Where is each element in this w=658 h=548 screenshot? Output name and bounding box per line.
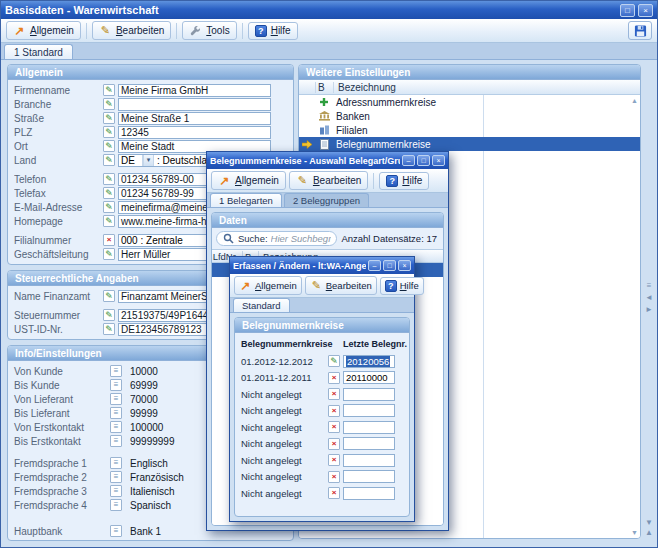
info-label: Fremdsprache 4 [14, 500, 106, 511]
list-header-bezeichnung[interactable]: Bezeichnung [333, 82, 640, 93]
pencil-icon: ✎ [310, 279, 323, 292]
chevron-down-icon[interactable]: ▾ [143, 155, 154, 166]
close-button[interactable]: × [398, 260, 411, 271]
strasse-input[interactable]: Meine Straße 1 [118, 112, 271, 125]
firmenname-input[interactable]: Meine Firma GmbH [118, 84, 271, 97]
field-row-plz: PLZ ✎ 12345 [8, 125, 293, 139]
nav-left-button[interactable]: ◄ [645, 294, 653, 302]
locked-icon: × [103, 234, 115, 246]
locked-icon: × [328, 487, 340, 499]
form-icon: ≡ [110, 485, 122, 497]
allgemein-menu-label: Allgemein [255, 280, 297, 291]
bearbeiten-menu-button[interactable]: ✎ Bearbeiten [289, 171, 368, 190]
letzte-belegnr-input-6[interactable] [343, 454, 395, 467]
list-item-filialen[interactable]: Filialen [299, 123, 640, 137]
dock-list-button[interactable]: ≡ [647, 282, 652, 290]
help-icon: ? [386, 175, 398, 187]
form-icon: ≡ [110, 379, 122, 391]
maximize-button[interactable]: □ [383, 260, 396, 271]
hilfe-menu-label: Hilfe [271, 25, 291, 36]
search-label: Suche: [238, 233, 268, 244]
hilfe-menu-button[interactable]: ? Hilfe [379, 172, 429, 190]
letzte-belegnr-input-3[interactable] [343, 404, 395, 417]
info-value: Englisch [130, 458, 168, 469]
tools-menu-label: Tools [206, 25, 229, 36]
belegnr-row-2: Nicht angelegt × [235, 386, 409, 403]
bearbeiten-menu-button[interactable]: ✎ Bearbeiten [305, 276, 377, 295]
form-icon: ≡ [110, 421, 122, 433]
field-label: UST-ID-Nr. [14, 324, 100, 335]
arrow-up-right-icon: ↗ [218, 174, 231, 187]
belegnr-label: Nicht angelegt [241, 405, 325, 416]
hilfe-menu-button[interactable]: ? Hilfe [380, 277, 424, 295]
save-button[interactable] [628, 21, 652, 40]
scroll-up-icon[interactable]: ▲ [631, 97, 638, 104]
list-item-belegnummernkreise[interactable]: Belegnummernkreise [299, 137, 640, 151]
plz-input[interactable]: 12345 [118, 126, 271, 139]
close-button[interactable]: × [638, 4, 653, 17]
main-tabbar: 1 Standard [1, 43, 657, 60]
arrow-up-right-icon: ↗ [13, 24, 26, 37]
list-item-banken[interactable]: Banken [299, 109, 640, 123]
letzte-belegnr-input-5[interactable] [343, 437, 395, 450]
dialog2-title: Erfassen / Ändern - lt:WA-Angebot [233, 261, 366, 271]
group-daten-header: Daten [212, 213, 443, 228]
info-label: Fremdsprache 2 [14, 472, 106, 483]
list-item-adressnummernkreise[interactable]: Adressnummernkreise [299, 95, 640, 109]
belegnr-row-4: Nicht angelegt × [235, 419, 409, 436]
nav-right-button[interactable]: ► [645, 306, 653, 314]
hilfe-menu-button[interactable]: ? Hilfe [248, 22, 298, 40]
selected-text: 20120056 [346, 356, 390, 367]
letzte-belegnr-input-8[interactable] [343, 487, 395, 500]
letzte-belegnr-input-1[interactable]: 20110000 [343, 371, 395, 384]
dialog2-content: Belegnummernkreise Belegnummernkreise Le… [230, 313, 414, 521]
group-weitere-header: Weitere Einstellungen [299, 65, 640, 80]
tab-beleggruppen[interactable]: 2 Beleggruppen [284, 193, 369, 207]
bearbeiten-menu-button[interactable]: ✎ Bearbeiten [92, 21, 171, 40]
tools-menu-button[interactable]: Tools [182, 21, 236, 40]
form-icon: ≡ [110, 525, 122, 537]
tab-standard[interactable]: 1 Standard [4, 44, 73, 59]
main-titlebar: Basisdaten - Warenwirtschaft □ × [1, 1, 657, 19]
field-label: Telefax [14, 188, 100, 199]
panel-scroll-down-button[interactable]: ▼ [645, 519, 653, 527]
letzte-belegnr-input-4[interactable] [343, 421, 395, 434]
info-label: Von Lieferant [14, 394, 106, 405]
field-label: Firmenname [14, 85, 100, 96]
pencil-icon: ✎ [296, 174, 309, 187]
maximize-button[interactable]: □ [417, 155, 430, 166]
tab-belegarten[interactable]: 1 Belegarten [210, 193, 282, 207]
list-header-b[interactable]: B [315, 82, 333, 93]
allgemein-menu-button[interactable]: ↗ Allgemein [6, 21, 81, 40]
close-button[interactable]: × [432, 155, 445, 166]
allgemein-menu-button[interactable]: ↗ Allgemein [211, 171, 286, 190]
edit-icon: ✎ [103, 201, 115, 213]
save-icon [634, 24, 647, 37]
scroll-down-icon[interactable]: ▼ [631, 529, 638, 536]
letzte-belegnr-input-7[interactable] [343, 470, 395, 483]
dialog2-toolbar: ↗ Allgemein ✎ Bearbeiten ? Hilfe [230, 274, 414, 298]
tab-standard[interactable]: Standard [233, 298, 290, 312]
info-value: Italienisch [130, 486, 174, 497]
field-label: Steuernummer [14, 310, 100, 321]
toolbar-separator [86, 23, 87, 39]
edit-icon: ✎ [103, 173, 115, 185]
restore-button[interactable]: □ [620, 4, 635, 17]
allgemein-menu-button[interactable]: ↗ Allgemein [234, 276, 302, 295]
main-toolbar: ↗ Allgemein ✎ Bearbeiten Tools ? Hilfe [1, 19, 657, 43]
search-placeholder: Hier Suchbegriff [271, 233, 332, 244]
belegnr-label: Nicht angelegt [241, 438, 325, 449]
letzte-belegnr-input-2[interactable] [343, 388, 395, 401]
branche-input[interactable] [118, 98, 271, 111]
field-label: Land [14, 155, 100, 166]
minimize-button[interactable]: – [402, 155, 415, 166]
panel-scroll-up-button[interactable]: ▲ [645, 529, 653, 537]
edit-icon: ✎ [103, 187, 115, 199]
search-input[interactable]: Suche: Hier Suchbegriff [216, 231, 337, 246]
info-value: Spanisch [130, 500, 171, 511]
minimize-button[interactable]: – [368, 260, 381, 271]
letzte-belegnr-input-0[interactable]: 20120056 [343, 355, 395, 368]
column-header-letzte: Letzte Belegnr. [343, 339, 407, 349]
land-code-input[interactable]: DE [119, 155, 143, 166]
dialog1-title: Belegnummernkreise - Auswahl Belegart/Gr… [210, 156, 400, 166]
